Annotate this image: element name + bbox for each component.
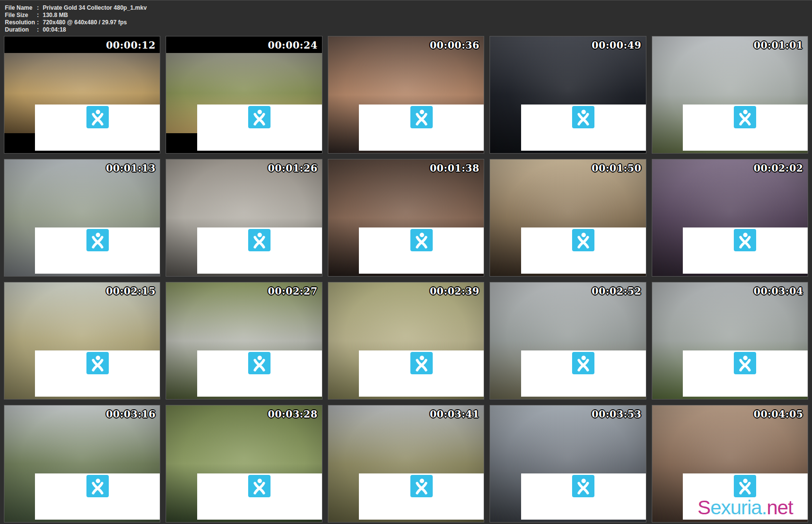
watermark [359,105,484,151]
sexuria-logo-icon [572,106,594,128]
thumbnail: 00:00:12 [4,36,160,154]
watermark [683,350,808,397]
watermark [521,105,646,151]
timestamp-overlay: 00:02:39 [430,285,479,297]
watermark [35,350,160,397]
sexuria-logo-icon [572,475,594,497]
separator: : [37,26,43,34]
watermark [359,473,484,520]
watermark [683,105,808,151]
thumbnail: 00:03:41 [328,405,484,523]
sexuria-logo-icon [86,475,109,497]
thumbnail: 00:02:52 [490,282,646,400]
timestamp-overlay: 00:01:13 [106,162,155,174]
watermark [35,227,160,274]
timestamp-overlay: 00:02:52 [592,285,641,297]
thumbnail: 00:02:02 [652,159,808,277]
timestamp-overlay: 00:00:36 [430,39,479,51]
duration-label: Duration [5,26,37,34]
thumbnail: 00:02:27 [166,282,322,400]
watermark [197,105,322,151]
timestamp-overlay: 00:03:41 [430,408,479,420]
thumbnail: 00:01:50 [490,159,646,277]
watermark-text-part: exuria [710,496,762,519]
sexuria-logo-icon [734,352,756,374]
file-info-header: File Name:Private Gold 34 Collector 480p… [0,0,812,36]
watermark [197,227,322,274]
watermark: Sexuria.net [683,473,808,520]
sexuria-logo-icon [86,352,109,374]
thumbnail: 00:03:53 [490,405,646,523]
file-size-value: 130.8 MB [43,12,68,18]
watermark [197,350,322,397]
resolution-value: 720x480 @ 640x480 / 29.97 fps [43,19,127,26]
sexuria-logo-icon [734,475,756,497]
timestamp-overlay: 00:01:50 [592,162,641,174]
resolution-label: Resolution [5,19,37,26]
sexuria-logo-icon [86,229,109,251]
sexuria-logo-icon [572,352,594,374]
thumbnail: 00:01:26 [166,159,322,277]
separator: : [37,12,43,19]
separator: : [37,4,43,12]
watermark [359,227,484,274]
file-size-label: File Size [5,12,37,19]
sexuria-logo-icon [410,106,433,128]
sexuria-logo-icon [410,475,433,497]
thumbnail: 00:00:49 [490,36,646,154]
timestamp-overlay: 00:02:15 [106,285,155,297]
timestamp-overlay: 00:03:16 [106,408,155,420]
timestamp-overlay: 00:00:49 [592,39,641,51]
resolution-row: Resolution:720x480 @ 640x480 / 29.97 fps [5,19,812,26]
thumbnail: 00:02:15 [4,282,160,400]
thumbnail: 00:01:01 [652,36,808,154]
thumbnail: 00:00:24 [166,36,322,154]
sexuria-logo-icon [410,229,433,251]
sexuria-logo-icon [572,229,594,251]
watermark-text-part: S [697,496,710,519]
watermark-text-part: . [761,496,766,519]
thumbnail: 00:00:36 [328,36,484,154]
sexuria-logo-icon [248,229,271,251]
timestamp-overlay: 00:03:04 [754,285,803,297]
timestamp-overlay: 00:02:27 [268,285,318,297]
sexuria-logo-icon [248,475,271,497]
watermark [521,473,646,520]
thumbnail: 00:02:39 [328,282,484,400]
timestamp-overlay: 00:01:38 [430,162,479,174]
watermark-text: Sexuria.net [697,497,793,518]
thumbnail: 00:04:05 Sexuria.net [652,405,808,523]
separator: : [37,19,43,26]
timestamp-overlay: 00:00:12 [106,39,155,51]
thumbnail: 00:03:28 [166,405,322,523]
thumbnail-grid: 00:00:12 00:00:24 [0,36,812,524]
watermark [683,227,808,274]
thumbnail: 00:01:13 [4,159,160,277]
timestamp-overlay: 00:02:02 [754,162,803,174]
watermark [35,473,160,520]
sexuria-logo-icon [410,352,433,374]
sexuria-logo-icon [248,106,271,128]
watermark-text-part: net [767,496,793,519]
timestamp-overlay: 00:03:28 [268,408,318,420]
thumbnail: 00:03:04 [652,282,808,400]
sexuria-logo-icon [86,106,109,128]
watermark [521,350,646,397]
contact-sheet: File Name:Private Gold 34 Collector 480p… [0,0,812,524]
file-name-value: Private Gold 34 Collector 480p_1.mkv [43,4,147,11]
timestamp-overlay: 00:01:26 [268,162,318,174]
sexuria-logo-icon [734,106,756,128]
watermark [197,473,322,520]
timestamp-overlay: 00:04:05 [754,408,803,420]
timestamp-overlay: 00:03:53 [592,408,641,420]
file-name-row: File Name:Private Gold 34 Collector 480p… [5,4,812,12]
file-size-row: File Size:130.8 MB [5,12,812,19]
thumbnail: 00:03:16 [4,405,160,523]
timestamp-overlay: 00:00:24 [268,39,318,51]
sexuria-logo-icon [734,229,756,251]
sexuria-logo-icon [248,352,271,374]
duration-row: Duration:00:04:18 [5,26,812,34]
timestamp-overlay: 00:01:01 [754,39,803,51]
watermark [521,227,646,274]
thumbnail: 00:01:38 [328,159,484,277]
